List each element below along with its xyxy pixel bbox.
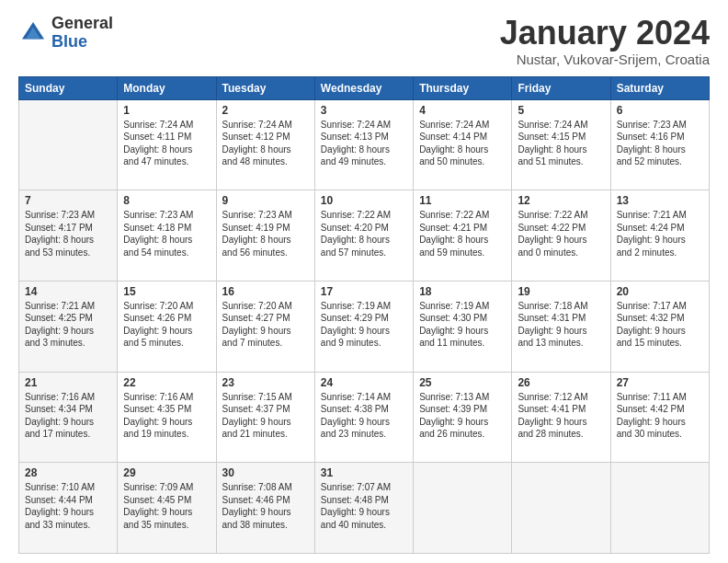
day-cell: 13Sunrise: 7:21 AMSunset: 4:24 PMDayligh… xyxy=(610,190,709,282)
day-number: 19 xyxy=(518,285,604,298)
weekday-tuesday: Tuesday xyxy=(216,76,314,99)
day-info: Sunrise: 7:16 AMSunset: 4:35 PMDaylight:… xyxy=(123,391,210,441)
day-info: Sunrise: 7:15 AMSunset: 4:37 PMDaylight:… xyxy=(222,391,309,441)
weekday-thursday: Thursday xyxy=(414,76,512,99)
day-cell: 16Sunrise: 7:20 AMSunset: 4:27 PMDayligh… xyxy=(216,281,314,372)
page: General Blue January 2024 Nustar, Vukova… xyxy=(0,0,728,563)
day-cell: 25Sunrise: 7:13 AMSunset: 4:39 PMDayligh… xyxy=(414,372,512,463)
day-cell: 31Sunrise: 7:07 AMSunset: 4:48 PMDayligh… xyxy=(314,463,413,554)
week-row-3: 14Sunrise: 7:21 AMSunset: 4:25 PMDayligh… xyxy=(19,281,710,372)
day-info: Sunrise: 7:24 AMSunset: 4:11 PMDaylight:… xyxy=(123,119,210,168)
day-info: Sunrise: 7:23 AMSunset: 4:17 PMDaylight:… xyxy=(25,209,111,259)
day-cell: 12Sunrise: 7:22 AMSunset: 4:22 PMDayligh… xyxy=(512,190,610,282)
week-row-4: 21Sunrise: 7:16 AMSunset: 4:34 PMDayligh… xyxy=(19,372,710,463)
calendar: SundayMondayTuesdayWednesdayThursdayFrid… xyxy=(18,76,710,554)
day-cell: 10Sunrise: 7:22 AMSunset: 4:20 PMDayligh… xyxy=(314,190,413,282)
day-number: 15 xyxy=(123,285,210,298)
day-info: Sunrise: 7:24 AMSunset: 4:15 PMDaylight:… xyxy=(518,119,604,168)
day-cell: 15Sunrise: 7:20 AMSunset: 4:26 PMDayligh… xyxy=(118,281,216,372)
day-info: Sunrise: 7:23 AMSunset: 4:16 PMDaylight:… xyxy=(617,119,703,168)
day-info: Sunrise: 7:07 AMSunset: 4:48 PMDaylight:… xyxy=(321,481,407,531)
day-info: Sunrise: 7:22 AMSunset: 4:22 PMDaylight:… xyxy=(518,209,604,259)
day-number: 27 xyxy=(617,376,703,389)
day-info: Sunrise: 7:24 AMSunset: 4:14 PMDaylight:… xyxy=(419,119,506,168)
weekday-header-row: SundayMondayTuesdayWednesdayThursdayFrid… xyxy=(19,76,710,99)
logo-blue: Blue xyxy=(51,32,87,51)
day-info: Sunrise: 7:17 AMSunset: 4:32 PMDaylight:… xyxy=(617,300,703,350)
day-number: 23 xyxy=(222,376,309,389)
day-number: 30 xyxy=(222,466,309,479)
day-cell: 4Sunrise: 7:24 AMSunset: 4:14 PMDaylight… xyxy=(414,99,512,190)
day-info: Sunrise: 7:21 AMSunset: 4:25 PMDaylight:… xyxy=(25,300,111,350)
day-cell: 2Sunrise: 7:24 AMSunset: 4:12 PMDaylight… xyxy=(216,99,314,190)
day-info: Sunrise: 7:14 AMSunset: 4:38 PMDaylight:… xyxy=(321,391,407,441)
day-info: Sunrise: 7:11 AMSunset: 4:42 PMDaylight:… xyxy=(617,391,703,441)
day-cell: 9Sunrise: 7:23 AMSunset: 4:19 PMDaylight… xyxy=(216,190,314,282)
day-number: 22 xyxy=(123,376,210,389)
day-number: 10 xyxy=(321,194,407,207)
day-cell: 20Sunrise: 7:17 AMSunset: 4:32 PMDayligh… xyxy=(610,281,709,372)
day-number: 9 xyxy=(222,194,309,207)
day-cell: 30Sunrise: 7:08 AMSunset: 4:46 PMDayligh… xyxy=(216,463,314,554)
day-number: 24 xyxy=(321,376,407,389)
day-cell xyxy=(414,463,512,554)
day-info: Sunrise: 7:19 AMSunset: 4:29 PMDaylight:… xyxy=(321,300,407,350)
day-cell: 11Sunrise: 7:22 AMSunset: 4:21 PMDayligh… xyxy=(414,190,512,282)
week-row-2: 7Sunrise: 7:23 AMSunset: 4:17 PMDaylight… xyxy=(19,190,710,282)
day-info: Sunrise: 7:09 AMSunset: 4:45 PMDaylight:… xyxy=(123,481,210,531)
logo: General Blue xyxy=(18,15,113,52)
day-info: Sunrise: 7:19 AMSunset: 4:30 PMDaylight:… xyxy=(419,300,506,350)
day-cell: 26Sunrise: 7:12 AMSunset: 4:41 PMDayligh… xyxy=(512,372,610,463)
day-cell: 27Sunrise: 7:11 AMSunset: 4:42 PMDayligh… xyxy=(610,372,709,463)
day-info: Sunrise: 7:24 AMSunset: 4:13 PMDaylight:… xyxy=(321,119,407,168)
day-cell xyxy=(610,463,709,554)
day-cell: 3Sunrise: 7:24 AMSunset: 4:13 PMDaylight… xyxy=(314,99,413,190)
day-info: Sunrise: 7:20 AMSunset: 4:26 PMDaylight:… xyxy=(123,300,210,350)
day-number: 20 xyxy=(617,285,703,298)
day-number: 25 xyxy=(419,376,506,389)
day-cell: 19Sunrise: 7:18 AMSunset: 4:31 PMDayligh… xyxy=(512,281,610,372)
day-number: 11 xyxy=(419,194,506,207)
day-info: Sunrise: 7:23 AMSunset: 4:19 PMDaylight:… xyxy=(222,209,309,259)
day-info: Sunrise: 7:24 AMSunset: 4:12 PMDaylight:… xyxy=(222,119,309,168)
day-number: 31 xyxy=(321,466,407,479)
day-info: Sunrise: 7:13 AMSunset: 4:39 PMDaylight:… xyxy=(419,391,506,441)
day-number: 14 xyxy=(25,285,111,298)
day-info: Sunrise: 7:20 AMSunset: 4:27 PMDaylight:… xyxy=(222,300,309,350)
logo-icon xyxy=(18,18,48,48)
day-info: Sunrise: 7:16 AMSunset: 4:34 PMDaylight:… xyxy=(25,391,111,441)
day-info: Sunrise: 7:12 AMSunset: 4:41 PMDaylight:… xyxy=(518,391,604,441)
day-number: 17 xyxy=(321,285,407,298)
day-number: 5 xyxy=(518,104,604,117)
day-number: 13 xyxy=(617,194,703,207)
day-cell xyxy=(512,463,610,554)
logo-text: General Blue xyxy=(51,15,113,52)
week-row-5: 28Sunrise: 7:10 AMSunset: 4:44 PMDayligh… xyxy=(19,463,710,554)
day-cell: 7Sunrise: 7:23 AMSunset: 4:17 PMDaylight… xyxy=(19,190,118,282)
weekday-wednesday: Wednesday xyxy=(314,76,413,99)
day-number: 6 xyxy=(617,104,703,117)
day-number: 18 xyxy=(419,285,506,298)
day-cell: 22Sunrise: 7:16 AMSunset: 4:35 PMDayligh… xyxy=(118,372,216,463)
day-info: Sunrise: 7:23 AMSunset: 4:18 PMDaylight:… xyxy=(123,209,210,259)
day-info: Sunrise: 7:21 AMSunset: 4:24 PMDaylight:… xyxy=(617,209,703,259)
day-number: 7 xyxy=(25,194,111,207)
day-number: 8 xyxy=(123,194,210,207)
weekday-monday: Monday xyxy=(118,76,216,99)
day-cell xyxy=(19,99,118,190)
day-number: 2 xyxy=(222,104,309,117)
day-cell: 29Sunrise: 7:09 AMSunset: 4:45 PMDayligh… xyxy=(118,463,216,554)
day-number: 3 xyxy=(321,104,407,117)
weekday-sunday: Sunday xyxy=(19,76,118,99)
day-cell: 18Sunrise: 7:19 AMSunset: 4:30 PMDayligh… xyxy=(414,281,512,372)
day-cell: 1Sunrise: 7:24 AMSunset: 4:11 PMDaylight… xyxy=(118,99,216,190)
weekday-friday: Friday xyxy=(512,76,610,99)
day-number: 26 xyxy=(518,376,604,389)
day-cell: 8Sunrise: 7:23 AMSunset: 4:18 PMDaylight… xyxy=(118,190,216,282)
day-info: Sunrise: 7:08 AMSunset: 4:46 PMDaylight:… xyxy=(222,481,309,531)
day-number: 1 xyxy=(123,104,210,117)
day-cell: 23Sunrise: 7:15 AMSunset: 4:37 PMDayligh… xyxy=(216,372,314,463)
day-cell: 28Sunrise: 7:10 AMSunset: 4:44 PMDayligh… xyxy=(19,463,118,554)
day-info: Sunrise: 7:22 AMSunset: 4:20 PMDaylight:… xyxy=(321,209,407,259)
title-block: January 2024 Nustar, Vukovar-Srijem, Cro… xyxy=(500,15,710,67)
